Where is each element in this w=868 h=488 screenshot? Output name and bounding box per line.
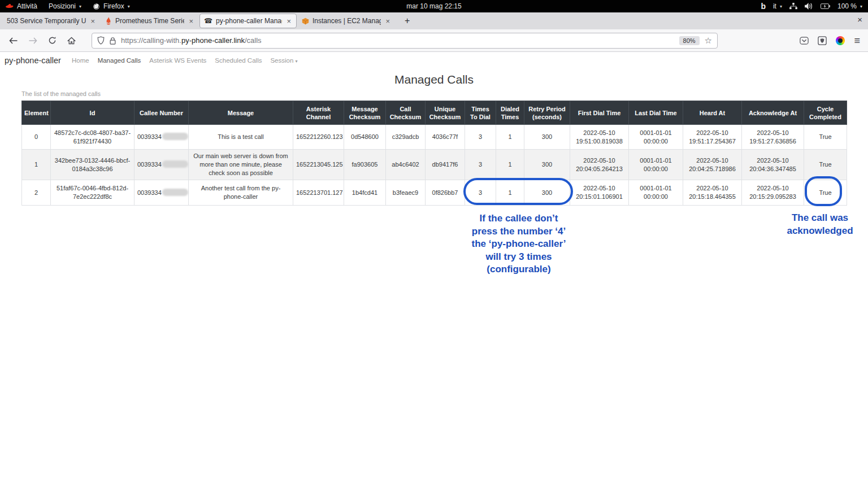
firefox-icon xyxy=(93,3,100,10)
col-header-unique_checksum: Unique Checksum xyxy=(426,101,465,125)
cell-cycle_completed: True xyxy=(804,125,847,150)
url-bar[interactable]: https://calling-with.py-phone-caller.lin… xyxy=(92,33,718,49)
cell-last_dial: 0001-01-01 00:00:00 xyxy=(629,180,683,206)
cell-unique_checksum: db9417f6 xyxy=(426,150,465,180)
callee-number-prefix: 0039334 xyxy=(137,189,162,196)
cell-heard_at: 2022-05-10 20:04:25.718986 xyxy=(683,150,742,180)
nav-item-asterisk-ws-events[interactable]: Asterisk WS Events xyxy=(149,57,206,64)
tab-strip: 503 Service Temporarily Unav × Prometheu… xyxy=(0,12,868,29)
battery-percent: 100 % xyxy=(837,2,857,10)
col-header-last_dial: Last Dial Time xyxy=(629,101,683,125)
system-menu[interactable]: 100 % ▾ xyxy=(837,2,862,10)
cell-unique_checksum: 4036c77f xyxy=(426,125,465,150)
col-header-heard_at: Heard At xyxy=(683,101,742,125)
page-content: py-phone-caller Home Managed Calls Aster… xyxy=(0,52,868,206)
clock[interactable]: mar 10 mag 22:15 xyxy=(406,2,461,10)
cell-id: 51faf67c-0046-4fbd-812d-7e2ec222df8c xyxy=(51,180,134,206)
appmenu-label: Firefox xyxy=(103,2,124,10)
cell-retry_period: 300 xyxy=(524,150,570,180)
nav-item-session[interactable]: Session ▾ xyxy=(270,57,297,64)
close-icon[interactable]: × xyxy=(384,17,391,25)
table-head: ElementIdCallee NumberMessageAsterisk Ch… xyxy=(22,101,847,125)
page-title: Managed Calls xyxy=(0,72,868,87)
redacted-number xyxy=(162,189,188,196)
browser-toolbar: https://calling-with.py-phone-caller.lin… xyxy=(0,29,868,52)
account-avatar-icon[interactable] xyxy=(836,36,845,45)
tab-ec2-instances[interactable]: Instances | EC2 Managem × xyxy=(298,14,395,28)
activities-button[interactable]: Attività xyxy=(6,2,37,10)
ack-highlight-ellipse xyxy=(805,176,842,206)
cell-retry_period: 300 xyxy=(524,125,570,150)
brand[interactable]: py-phone-caller xyxy=(5,56,61,65)
extension-shield-icon[interactable] xyxy=(818,36,827,45)
places-label: Posizioni xyxy=(49,2,76,10)
col-header-message: Message xyxy=(189,101,293,125)
lock-icon[interactable] xyxy=(110,37,116,45)
network-icon[interactable] xyxy=(789,3,797,10)
close-icon[interactable]: × xyxy=(285,17,292,25)
appmenu-firefox[interactable]: Firefox ▾ xyxy=(93,2,130,10)
cell-id: 48572c7c-dc08-4807-ba37-61f921f74430 xyxy=(51,125,134,150)
tab-503-service[interactable]: 503 Service Temporarily Unav × xyxy=(3,14,100,28)
page-subtitle: The list of the managed calls xyxy=(21,90,868,98)
tab-py-phone-caller-active[interactable]: ☎ py-phone-caller Managed × xyxy=(199,14,297,28)
close-icon[interactable]: × xyxy=(188,17,194,25)
cell-asterisk_channel: 1652213701.127 xyxy=(293,180,344,206)
nav-item-managed-calls[interactable]: Managed Calls xyxy=(98,57,141,64)
back-button[interactable] xyxy=(6,33,21,49)
url-prefix: https://calling-with. xyxy=(121,36,181,45)
cell-message: Another test call from the py-phone-call… xyxy=(189,180,293,206)
site-navbar: py-phone-caller Home Managed Calls Aster… xyxy=(0,52,868,69)
pocket-icon[interactable] xyxy=(800,36,809,45)
tab-title: 503 Service Temporarily Unav xyxy=(7,17,86,25)
cell-dialed_times: 1 xyxy=(496,150,524,180)
cell-times_to_dial: 3 xyxy=(465,150,496,180)
places-menu[interactable]: Posizioni ▾ xyxy=(49,2,81,10)
cell-element: 2 xyxy=(22,180,51,206)
close-icon[interactable]: × xyxy=(89,17,96,25)
keyboard-layout-indicator[interactable]: it ▾ xyxy=(773,2,782,10)
nav-item-scheduled-calls[interactable]: Scheduled Calls xyxy=(215,57,262,64)
col-header-first_dial: First Dial Time xyxy=(570,101,629,125)
forward-button[interactable] xyxy=(25,33,41,49)
tab-prometheus[interactable]: Prometheus Time Series C × xyxy=(101,14,198,28)
cell-message_checksum: 0d548600 xyxy=(344,125,386,150)
chevron-down-icon: ▾ xyxy=(296,59,298,64)
window-close-button[interactable]: × xyxy=(857,15,862,24)
battery-icon xyxy=(821,3,830,9)
gnome-top-bar: Attività Posizioni ▾ Firefox ▾ mar 10 ma… xyxy=(0,0,868,12)
session-label: Session xyxy=(270,57,293,64)
chevron-down-icon: ▾ xyxy=(780,4,782,9)
cell-first_dial: 2022-05-10 20:15:01.106901 xyxy=(570,180,629,206)
chevron-down-icon: ▾ xyxy=(860,4,862,9)
reload-button[interactable] xyxy=(44,33,60,49)
volume-icon[interactable] xyxy=(805,3,813,10)
cell-message: This is a test call xyxy=(189,125,293,150)
col-header-id: Id xyxy=(51,101,134,125)
cell-callee: 0039334 xyxy=(134,150,189,180)
home-button[interactable] xyxy=(63,33,79,49)
bing-icon[interactable]: b xyxy=(761,2,766,10)
col-header-call_checksum: Call Checksum xyxy=(386,101,426,125)
callee-number-prefix: 0039334 xyxy=(137,161,162,168)
cell-message_checksum: 1b4fcd41 xyxy=(344,180,386,206)
cell-unique_checksum: 0f826bb7 xyxy=(426,180,465,206)
col-header-element: Element xyxy=(22,101,51,125)
tab-title: py-phone-caller Managed xyxy=(216,17,282,25)
aws-cube-icon xyxy=(302,18,309,25)
redhat-icon xyxy=(6,3,14,10)
telephone-icon: ☎ xyxy=(204,18,212,24)
cell-callee: 0039334 xyxy=(134,125,189,150)
cell-cycle_completed: True xyxy=(804,150,847,180)
tracking-shield-icon[interactable] xyxy=(97,36,105,45)
tab-title: Instances | EC2 Managem xyxy=(313,17,381,25)
cell-asterisk_channel: 1652212260.123 xyxy=(293,125,344,150)
col-header-acknowledge_at: Acknowledge At xyxy=(742,101,804,125)
menu-icon[interactable]: ≡ xyxy=(854,36,860,46)
nav-item-home[interactable]: Home xyxy=(72,57,89,64)
bookmark-star-icon[interactable]: ☆ xyxy=(705,36,712,45)
new-tab-button[interactable]: + xyxy=(401,16,413,26)
url-text[interactable]: https://calling-with.py-phone-caller.lin… xyxy=(121,36,262,45)
zoom-level-badge[interactable]: 80% xyxy=(679,36,700,45)
header-row: ElementIdCallee NumberMessageAsterisk Ch… xyxy=(22,101,847,125)
